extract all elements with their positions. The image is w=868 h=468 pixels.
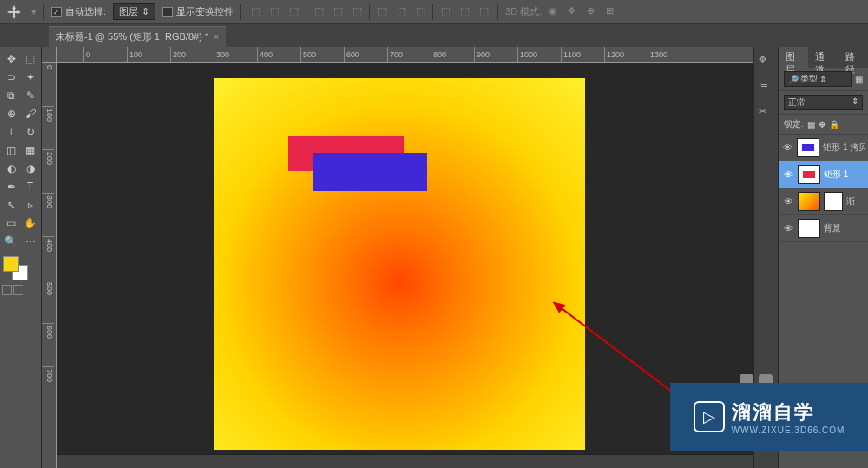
ruler-tick: 600 [344,47,387,62]
document-tab[interactable]: 未标题-1 @ 55% (矩形 1, RGB/8#) * × [49,26,226,47]
auto-select-checkbox[interactable]: ✓ 自动选择: [51,5,106,18]
3d-slide-icon[interactable]: ⊕ [587,5,601,19]
distribute-hcenter-icon[interactable]: ⬚ [457,4,471,18]
document-tab-bar: 未标题-1 @ 55% (矩形 1, RGB/8#) * × [0,24,868,47]
blend-mode-dropdown[interactable]: 正常 ⇕ [784,95,863,110]
ruler-tick: 1100 [561,47,604,62]
ruler-origin[interactable] [42,47,57,63]
ruler-tick: 600 [42,323,54,366]
align-vcenter-icon[interactable]: ⬚ [267,4,281,18]
ruler-tick: 300 [214,47,257,62]
eraser-tool[interactable]: ◫ [2,142,20,159]
zoom-tool[interactable]: 🔍 [2,233,20,250]
layer-mask-thumbnail[interactable] [824,192,843,211]
distribute-bottom-icon[interactable]: ⬚ [413,4,427,18]
document-canvas[interactable] [214,78,585,450]
horizontal-ruler[interactable]: 0100200300400500600700800900100011001200… [57,47,753,63]
layer-name[interactable]: 矩形 1 [824,168,848,181]
eyedropper-tool[interactable]: ✎ [21,87,39,104]
visibility-toggle-icon[interactable]: 👁 [782,169,794,180]
tab-layers[interactable]: 图层 [779,47,808,68]
align-top-icon[interactable]: ⬚ [248,4,262,18]
ruler-tick: 500 [300,47,344,62]
layer-thumbnail[interactable] [798,219,820,238]
3d-scale-icon[interactable]: ⊞ [606,5,620,19]
3d-orbit-icon[interactable]: ◉ [549,5,562,19]
align-hcenter-icon[interactable]: ⬚ [331,4,345,18]
lock-pixels-icon[interactable]: ▦ [807,120,815,129]
layer-filter-dropdown[interactable]: 🔎 类型 ⇕ [784,71,852,87]
edit-toolbar[interactable]: ⋯ [21,233,39,250]
watermark-logo-icon: ▷ [694,401,725,432]
healing-tool[interactable]: ⊕ [2,105,20,122]
vertical-ruler[interactable]: 0100200300400500600700 [42,63,57,468]
distribute-left-icon[interactable]: ⬚ [438,4,452,18]
history-brush-tool[interactable]: ↻ [21,123,39,141]
layer-item[interactable]: 👁 矩形 1 [779,161,868,188]
move-tool-icon [3,3,24,21]
watermark-url: WWW.ZIXUE.3D66.COM [732,425,845,435]
direct-select-tool[interactable]: ▹ [21,196,39,214]
lasso-tool[interactable]: ⊃ [2,69,20,86]
layer-thumbnail[interactable] [798,165,820,184]
tab-paths[interactable]: 路径 [838,47,868,68]
brush-tool[interactable]: 🖌 [21,105,39,122]
screenmode-icon[interactable] [13,285,23,295]
stamp-tool[interactable]: ⊥ [2,123,20,141]
layer-item[interactable]: 👁 矩形 1 拷贝 [779,135,868,161]
show-transform-checkbox[interactable]: 显示变换控件 [162,5,233,18]
color-picker[interactable] [3,256,28,280]
visibility-toggle-icon[interactable]: 👁 [782,223,794,234]
ruler-tick: 200 [170,47,214,62]
layer-name[interactable]: 矩形 1 拷贝 [823,142,865,154]
auto-select-target-dropdown[interactable]: 图层 ⇕ [113,3,155,20]
dodge-tool[interactable]: ◑ [21,160,39,177]
watermark-banner: ▷ 溜溜自学 WWW.ZIXUE.3D66.COM [670,383,868,451]
gradient-tool[interactable]: ▦ [21,142,39,159]
history-panel-icon[interactable]: ✥ [759,54,774,69]
move-tool[interactable]: ✥ [2,50,20,68]
magic-wand-tool[interactable]: ✦ [21,69,39,86]
layer-item[interactable]: 👁 渐 [779,188,868,215]
layer-thumbnail[interactable] [798,192,820,211]
layer-thumbnail[interactable] [797,138,819,157]
hand-tool[interactable]: ✋ [21,214,39,232]
horizontal-scrollbar[interactable] [57,454,753,468]
ruler-tick: 0 [83,47,127,62]
pen-tool[interactable]: ✒ [2,178,20,195]
auto-select-label: 自动选择: [65,5,106,18]
search-icon: 🔎 [788,75,799,84]
distribute-vcenter-icon[interactable]: ⬚ [394,4,408,18]
quickmask-icon[interactable] [2,285,12,295]
align-left-icon[interactable]: ⬚ [312,4,326,18]
filter-pixel-icon[interactable]: ▦ [855,75,863,84]
crop-tool[interactable]: ⧉ [2,87,20,104]
blue-rectangle[interactable] [313,153,427,191]
ruler-tick: 100 [127,47,170,62]
adjustments-panel-icon[interactable]: ✂ [759,106,774,122]
blur-tool[interactable]: ◐ [2,160,20,177]
lock-position-icon[interactable]: ✥ [819,120,825,129]
3d-pan-icon[interactable]: ✥ [568,5,582,19]
ruler-tick: 0 [42,63,54,106]
foreground-color[interactable] [3,256,19,272]
distribute-right-icon[interactable]: ⬚ [477,4,490,18]
distribute-top-icon[interactable]: ⬚ [375,4,389,18]
layer-item[interactable]: 👁 背景 [779,215,868,242]
marquee-tool[interactable]: ⬚ [21,50,39,68]
visibility-toggle-icon[interactable]: 👁 [782,196,794,207]
path-select-tool[interactable]: ↖ [2,196,20,214]
shape-tool[interactable]: ▭ [2,214,20,232]
layer-name[interactable]: 渐 [846,195,855,208]
lock-all-icon[interactable]: 🔒 [829,120,839,129]
align-right-icon[interactable]: ⬚ [350,4,364,18]
align-bottom-icon[interactable]: ⬚ [286,4,300,18]
document-tab-title: 未标题-1 @ 55% (矩形 1, RGB/8#) * [56,30,208,43]
properties-panel-icon[interactable]: ≔ [759,80,774,96]
layer-name[interactable]: 背景 [824,222,841,234]
visibility-toggle-icon[interactable]: 👁 [782,142,793,153]
tab-channels[interactable]: 通道 [808,47,838,68]
close-icon[interactable]: × [214,32,219,42]
ruler-tick: 400 [257,47,300,62]
type-tool[interactable]: T [21,178,39,195]
